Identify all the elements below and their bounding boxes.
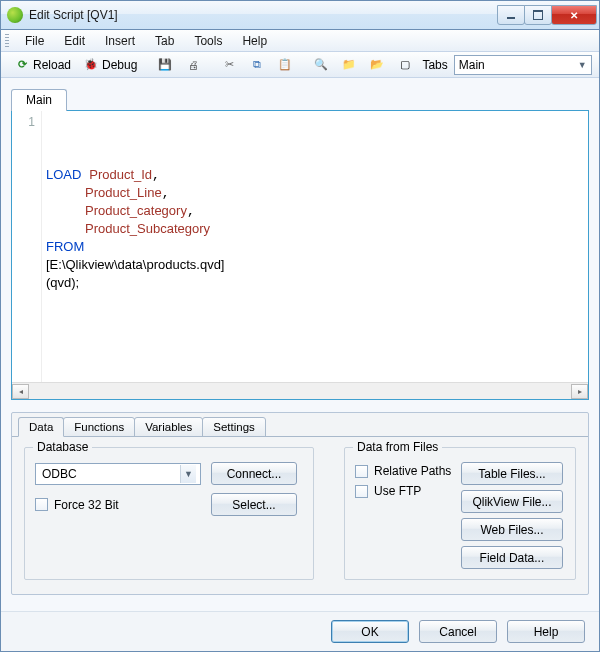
help-button[interactable]: Help	[507, 620, 585, 643]
toolbar: ⟳Reload 🐞Debug 💾 🖨 ✂ ⧉ 📋 🔍 📁 📂 ▢ Tabs Ma…	[1, 52, 599, 78]
dialog-buttons: OK Cancel Help	[1, 611, 599, 651]
web-files-button[interactable]: Web Files...	[461, 518, 562, 541]
folder-icon: 📂	[369, 57, 385, 73]
paste-icon: 📋	[277, 57, 293, 73]
force-32bit-label: Force 32 Bit	[54, 498, 119, 512]
qlikview-file-button[interactable]: QlikView File...	[461, 490, 562, 513]
panel-content: Database ODBC ▼ Connect... Force 32 Bit	[12, 436, 588, 594]
paste-button[interactable]: 📋	[272, 54, 298, 76]
relative-paths-label: Relative Paths	[374, 464, 451, 478]
tabs-dropdown[interactable]: Main ▼	[454, 55, 592, 75]
copy-icon: ⧉	[249, 57, 265, 73]
data-from-files-group: Data from Files Relative Paths Use FTP T…	[344, 447, 576, 580]
window-title: Edit Script [QV1]	[29, 8, 498, 22]
scroll-left-arrow[interactable]: ◂	[12, 384, 29, 399]
use-ftp-checkbox[interactable]	[355, 485, 368, 498]
window-controls	[498, 5, 597, 25]
database-group: Database ODBC ▼ Connect... Force 32 Bit	[24, 447, 314, 580]
layout-icon: ▢	[397, 57, 413, 73]
use-ftp-label: Use FTP	[374, 484, 421, 498]
layout-button[interactable]: ▢	[392, 54, 418, 76]
editor-body: 1 LOAD Product_Id, Product_Line, Product…	[12, 111, 588, 382]
menu-tab[interactable]: Tab	[145, 32, 184, 50]
copy-button[interactable]: ⧉	[244, 54, 270, 76]
folder-icon: 📁	[341, 57, 357, 73]
panel-tab-data[interactable]: Data	[18, 417, 64, 437]
print-icon: 🖨	[185, 57, 201, 73]
editor-tabstrip: Main	[11, 88, 589, 110]
chevron-down-icon: ▼	[180, 465, 196, 483]
print-button[interactable]: 🖨	[180, 54, 206, 76]
find-button[interactable]: 🔍	[308, 54, 334, 76]
search-icon: 🔍	[313, 57, 329, 73]
menubar-grip	[5, 34, 9, 48]
field-3: Product_category	[85, 203, 187, 218]
scroll-right-arrow[interactable]: ▸	[571, 384, 588, 399]
close-button[interactable]	[551, 5, 597, 25]
table-files-button[interactable]: Table Files...	[461, 462, 562, 485]
debug-button[interactable]: 🐞Debug	[78, 54, 142, 76]
cancel-button[interactable]: Cancel	[419, 620, 497, 643]
bug-icon: 🐞	[83, 57, 99, 73]
force-32bit-checkbox[interactable]	[35, 498, 48, 511]
app-icon	[7, 7, 23, 23]
panel-tab-settings[interactable]: Settings	[202, 417, 266, 437]
field-4: Product_Subcategory	[85, 221, 210, 236]
menu-edit[interactable]: Edit	[54, 32, 95, 50]
database-driver-value: ODBC	[42, 467, 77, 481]
datafiles-legend: Data from Files	[353, 440, 442, 454]
bottom-panel: Data Functions Variables Settings Databa…	[11, 412, 589, 595]
save-button[interactable]: 💾	[152, 54, 178, 76]
script-editor: 1 LOAD Product_Id, Product_Line, Product…	[11, 110, 589, 400]
line-gutter: 1	[12, 111, 42, 382]
field-1: Product_Id	[89, 167, 152, 182]
menu-bar: File Edit Insert Tab Tools Help	[1, 30, 599, 52]
editor-tab-main[interactable]: Main	[11, 89, 67, 111]
open-folder2-button[interactable]: 📂	[364, 54, 390, 76]
panel-tabs: Data Functions Variables Settings	[12, 413, 588, 437]
chevron-down-icon: ▼	[578, 60, 587, 70]
datafiles-checks: Relative Paths Use FTP	[355, 462, 451, 569]
maximize-button[interactable]	[524, 5, 552, 25]
reload-icon: ⟳	[14, 57, 30, 73]
cut-icon: ✂	[221, 57, 237, 73]
select-button[interactable]: Select...	[211, 493, 297, 516]
code-path: [E:\Qlikview\data\products.qvd]	[46, 257, 224, 272]
keyword-from: FROM	[46, 239, 84, 254]
database-driver-dropdown[interactable]: ODBC ▼	[35, 463, 201, 485]
menu-help[interactable]: Help	[232, 32, 277, 50]
tabs-label: Tabs	[422, 58, 447, 72]
panel-tab-functions[interactable]: Functions	[63, 417, 135, 437]
reload-label: Reload	[33, 58, 71, 72]
tabs-dropdown-value: Main	[459, 58, 485, 72]
menu-insert[interactable]: Insert	[95, 32, 145, 50]
field-data-button[interactable]: Field Data...	[461, 546, 562, 569]
save-icon: 💾	[157, 57, 173, 73]
panel-tab-variables[interactable]: Variables	[134, 417, 203, 437]
menu-file[interactable]: File	[15, 32, 54, 50]
reload-button[interactable]: ⟳Reload	[9, 54, 76, 76]
window-frame: File Edit Insert Tab Tools Help ⟳Reload …	[0, 29, 600, 652]
horizontal-scrollbar[interactable]: ◂ ▸	[12, 382, 588, 399]
minimize-button[interactable]	[497, 5, 525, 25]
relative-paths-checkbox[interactable]	[355, 465, 368, 478]
cut-button[interactable]: ✂	[216, 54, 242, 76]
line-number: 1	[28, 115, 35, 129]
code-area[interactable]: LOAD Product_Id, Product_Line, Product_c…	[42, 111, 588, 382]
connect-button[interactable]: Connect...	[211, 462, 297, 485]
menu-tools[interactable]: Tools	[184, 32, 232, 50]
work-area: Main 1 LOAD Product_Id, Product_Line, Pr…	[1, 78, 599, 611]
ok-button[interactable]: OK	[331, 620, 409, 643]
debug-label: Debug	[102, 58, 137, 72]
open-folder-button[interactable]: 📁	[336, 54, 362, 76]
field-2: Product_Line	[85, 185, 162, 200]
code-format: (qvd);	[46, 275, 79, 290]
keyword-load: LOAD	[46, 167, 81, 182]
database-legend: Database	[33, 440, 92, 454]
datafiles-buttons: Table Files... QlikView File... Web File…	[461, 462, 562, 569]
title-bar: Edit Script [QV1]	[0, 0, 600, 29]
